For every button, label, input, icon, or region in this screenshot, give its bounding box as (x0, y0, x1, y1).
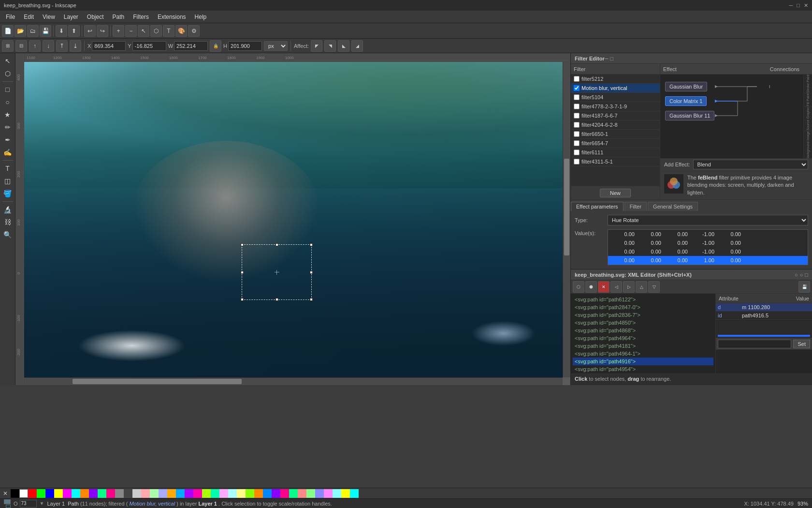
filter6111-checkbox[interactable] (574, 149, 580, 155)
menu-file[interactable]: File (2, 13, 19, 21)
zoom-out-button[interactable]: − (125, 25, 137, 37)
xml-save-btn[interactable]: 💾 (798, 281, 810, 293)
xml-ctrl3[interactable]: □ (805, 272, 808, 278)
color-gold[interactable] (341, 489, 350, 498)
fill-stroke-button[interactable]: 🎨 (175, 25, 187, 37)
xml-btn3[interactable]: ✕ (598, 281, 609, 293)
color-lightblue[interactable] (159, 489, 167, 498)
color-aquamarine[interactable] (211, 489, 219, 498)
menu-object[interactable]: Object (83, 13, 108, 21)
node-tool-button[interactable]: ⬡ (150, 25, 162, 37)
rect-tool[interactable]: □ (2, 84, 14, 95)
open-file-button[interactable]: 📂 (14, 25, 26, 37)
filter-item-filter4778[interactable]: filter4778-2-3-7-1-9 (571, 102, 660, 111)
affect-btn2[interactable]: ◥ (324, 40, 336, 52)
filter-item-filter4204[interactable]: filter4204-6-2-8 (571, 120, 660, 130)
menu-edit[interactable]: Edit (20, 13, 38, 21)
color-cornblue[interactable] (263, 489, 272, 498)
value-row-2[interactable]: 0.00 0.00 0.00 -1.00 0.00 (608, 247, 808, 256)
select-tool[interactable]: ↖ (2, 55, 14, 67)
ellipse-tool[interactable]: ○ (2, 96, 14, 108)
xml-btn5[interactable]: ▷ (623, 281, 635, 293)
color-blue[interactable] (45, 489, 54, 498)
color-lightgreen[interactable] (150, 489, 159, 498)
unit-select[interactable]: px mm in (264, 41, 288, 51)
calligraphy-tool[interactable]: ✍ (2, 147, 14, 158)
select-tool-button[interactable]: ↖ (138, 25, 149, 37)
menu-path[interactable]: Path (109, 13, 129, 21)
new-file-button[interactable]: 📄 (2, 25, 14, 37)
color-violet[interactable] (185, 489, 193, 498)
hscrollbar-thumb[interactable] (72, 379, 242, 384)
raise-btn[interactable]: ↑ (29, 40, 41, 52)
lock-aspect-button[interactable]: 🔒 (210, 40, 221, 52)
menu-layer[interactable]: Layer (60, 13, 82, 21)
filter-item-filter6650[interactable]: filter6650-1 (571, 130, 660, 139)
xml-set-button[interactable]: Set (793, 340, 810, 348)
color-magenta[interactable] (63, 489, 72, 498)
filter-item-filter4311[interactable]: filter4311-5-1 (571, 157, 660, 166)
object-properties-button[interactable]: ⚙ (188, 25, 200, 37)
color-hotpink[interactable] (193, 489, 202, 498)
pen-tool[interactable]: ✒ (2, 134, 14, 146)
stroke-swatch[interactable] (6, 505, 11, 508)
zoom-tool[interactable]: 🔍 (2, 229, 14, 240)
filter-item-filter5104[interactable]: filter5104 (571, 93, 660, 102)
menu-filters[interactable]: Filters (129, 13, 153, 21)
tab-filter[interactable]: Filter (624, 202, 647, 211)
filter4778-checkbox[interactable] (574, 104, 580, 109)
filter-item-filter5212[interactable]: filter5212 (571, 75, 660, 84)
xml-btn6[interactable]: △ (636, 281, 647, 293)
xml-item-path4916[interactable]: <svg:path id="path4916"> (573, 358, 713, 365)
affect-btn1[interactable]: ◤ (311, 40, 322, 52)
filter6650-checkbox[interactable] (574, 131, 580, 137)
filter5104-checkbox[interactable] (574, 94, 580, 100)
color-indigo[interactable] (272, 489, 280, 498)
xml-ctrl2[interactable]: ○ (800, 272, 803, 278)
filter-item-filter6111[interactable]: filter6111 (571, 148, 660, 157)
horizontal-scrollbar[interactable] (24, 377, 563, 385)
tab-effect-parameters[interactable]: Effect parameters (571, 202, 624, 211)
color-deeppink[interactable] (280, 489, 289, 498)
menu-help[interactable]: Help (191, 13, 211, 21)
xml-attr-id[interactable]: id path4916.5 (716, 312, 812, 320)
zoom-in-button[interactable]: + (113, 25, 124, 37)
connector-tool[interactable]: ⛓ (2, 216, 14, 228)
xml-item-path4964-1[interactable]: <svg:path id="path4964-1"> (573, 350, 713, 358)
color-turquoise[interactable] (350, 489, 359, 498)
color-yellow[interactable] (54, 489, 63, 498)
save-button[interactable]: 💾 (40, 25, 51, 37)
value-row-0[interactable]: 0.00 0.00 0.00 -1.00 0.00 (608, 230, 808, 239)
star-tool[interactable]: ★ (2, 109, 14, 120)
w-input[interactable] (174, 41, 208, 51)
value-row-3[interactable]: 0.00 0.00 0.00 1.00 0.00 (608, 256, 808, 265)
color-chartreuse[interactable] (202, 489, 211, 498)
open-folder-button[interactable]: 🗂 (27, 25, 39, 37)
xml-value-area[interactable] (716, 349, 812, 374)
import-button[interactable]: ⬇ (56, 25, 67, 37)
xml-btn2[interactable]: ⬢ (585, 281, 597, 293)
raise-top-btn[interactable]: ⤒ (56, 40, 68, 52)
node-edit-tool[interactable]: ⬡ (2, 68, 14, 79)
xml-ctrl1[interactable]: ○ (795, 272, 798, 278)
xml-item-path2836[interactable]: <svg:path id="path2836-7"> (573, 311, 713, 319)
type-select[interactable]: Hue Rotate Saturate Luminance to Alpha M… (608, 215, 808, 225)
color-black[interactable] (11, 489, 19, 498)
lower-btn[interactable]: ↓ (43, 40, 54, 52)
xml-tree[interactable]: <svg:path id="path6122"> <svg:path id="p… (571, 294, 715, 374)
color-red[interactable] (28, 489, 37, 498)
text-tool-button[interactable]: T (163, 25, 174, 37)
color-orange[interactable] (80, 489, 89, 498)
close-button[interactable]: ✕ (804, 2, 808, 9)
effect-graph[interactable]: Gaussian Blur Color Matrix 1 Gaussian Bl… (660, 75, 812, 158)
x-input[interactable] (92, 41, 126, 51)
xml-item-path4964[interactable]: <svg:path id="path4964"> (573, 334, 713, 342)
xml-attr-d[interactable]: d m 1100.280 (716, 303, 812, 312)
affect-btn4[interactable]: ◢ (351, 40, 363, 52)
color-purple[interactable] (89, 489, 98, 498)
xml-item-path4181[interactable]: <svg:path id="path4181"> (573, 342, 713, 350)
xml-item-path4954[interactable]: <svg:path id="path4954"> (573, 365, 713, 373)
fe-maximize[interactable]: □ (610, 56, 614, 61)
transform-btn[interactable]: ⊞ (2, 40, 14, 52)
eyedropper-tool[interactable]: 🔬 (2, 204, 14, 215)
